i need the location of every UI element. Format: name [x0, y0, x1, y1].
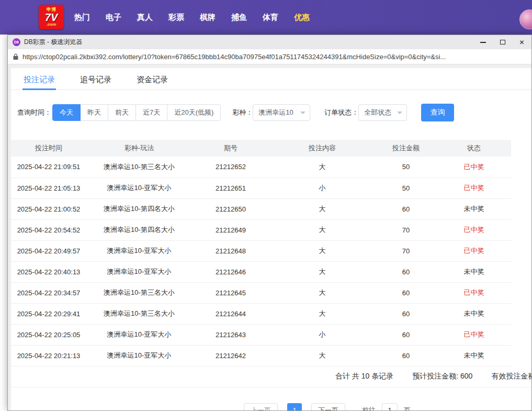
header-bet-time: 投注时间: [11, 140, 86, 157]
table-row: 2025-04-22 20:34:57 澳洲幸运10-第三名大小 2121264…: [11, 282, 511, 303]
window-controls: ✕: [473, 35, 531, 49]
nav-item-slots[interactable]: 电子: [106, 13, 121, 23]
bet-time-cell: 2025-04-22 20:34:57: [11, 282, 86, 303]
issue-number-cell: 21212642: [192, 345, 269, 366]
header-bet-content: 投注内容: [269, 140, 375, 157]
chevron-down-icon: [300, 112, 305, 114]
bet-amount-cell: 60: [375, 198, 437, 219]
browser-content: 投注记录 追号记录 资金记录 查询时间： 今天 昨天 前天 近7天 近20天(低…: [8, 64, 531, 410]
game-play-cell: 澳洲幸运10-第三名大小: [86, 303, 192, 324]
nav-item-chess[interactable]: 棋牌: [200, 13, 216, 23]
bet-amount-cell: 50: [375, 177, 437, 198]
table-row: 2025-04-22 20:25:05 澳洲幸运10-亚军大小 21212643…: [11, 324, 511, 345]
next-page-button[interactable]: 下一页: [311, 403, 345, 411]
maximize-icon: [500, 40, 505, 45]
game-play-cell: 澳洲幸运10-第四名大小: [86, 219, 192, 240]
user-avatar[interactable]: [519, 9, 532, 29]
bet-amount-cell: 60: [375, 282, 437, 303]
bet-status-cell: 已中奖: [437, 157, 511, 177]
bet-amount-cell: 60: [375, 261, 437, 282]
maximize-button[interactable]: [493, 35, 512, 49]
issue-number-cell: 21212645: [192, 282, 269, 303]
nav-item-fishing[interactable]: 捕鱼: [231, 13, 247, 23]
issue-number-cell: 21212643: [192, 324, 269, 345]
issue-number-cell: 21212644: [192, 303, 269, 324]
filter-20days-button[interactable]: 近20天(低频): [167, 104, 221, 121]
bet-content-cell: 大: [269, 261, 375, 282]
goto-unit-label: 页: [404, 406, 411, 411]
summary-expected-amount: 预计投注金额: 600: [412, 372, 472, 381]
filter-bar: 查询时间： 今天 昨天 前天 近7天 近20天(低频) 彩种： 澳洲幸运10 订…: [17, 104, 531, 121]
bet-content-cell: 大: [269, 219, 375, 240]
table-row: 2025-04-22 20:40:13 澳洲幸运10-亚军大小 21212646…: [11, 261, 511, 282]
bet-content-cell: 小: [269, 177, 375, 198]
bet-status-cell: 未中奖: [437, 303, 511, 324]
bet-content-cell: 小: [269, 324, 375, 345]
table-body: 2025-04-22 21:09:51 澳洲幸运10-第三名大小 2121265…: [11, 157, 511, 366]
bet-amount-cell: 60: [375, 345, 437, 366]
bet-content-cell: 大: [269, 240, 375, 261]
bet-status-cell: 已中奖: [437, 240, 511, 261]
browser-window: D8 DB彩票 - 极速浏览器 ✕ https://ctop02pcali.2k…: [7, 35, 532, 411]
table-row: 2025-04-22 21:05:13 澳洲幸运10-亚军大小 21212651…: [11, 177, 511, 198]
bet-time-cell: 2025-04-22 21:00:52: [11, 198, 86, 219]
chevron-down-icon: [397, 112, 402, 114]
nav-item-lottery[interactable]: 彩票: [168, 13, 184, 23]
site-logo[interactable]: 申博 7V .com: [39, 5, 64, 29]
table-header: 投注时间 彩种-玩法 期号 投注内容 投注金额 状态: [11, 140, 511, 157]
issue-number-cell: 21212651: [192, 177, 269, 198]
order-status-value: 全部状态: [364, 108, 391, 117]
game-play-cell: 澳洲幸运10-亚军大小: [86, 240, 192, 261]
bet-time-cell: 2025-04-22 20:25:05: [11, 324, 86, 345]
site-header: 申博 7V .com 热门 电子 真人 彩票 棋牌 捕鱼 体育 优惠: [0, 0, 532, 35]
window-title: DB彩票 - 极速浏览器: [24, 38, 82, 47]
tab-bet-records[interactable]: 投注记录: [24, 75, 55, 90]
main-nav: 热门 电子 真人 彩票 棋牌 捕鱼 体育 优惠: [74, 0, 310, 35]
bet-content-cell: 大: [269, 157, 375, 177]
tab-funds-records[interactable]: 资金记录: [137, 75, 168, 90]
current-page-button[interactable]: 1: [287, 403, 302, 411]
filter-today-button[interactable]: 今天: [52, 104, 81, 121]
minimize-button[interactable]: [473, 35, 493, 49]
issue-number-cell: 21212649: [192, 219, 269, 240]
window-titlebar[interactable]: D8 DB彩票 - 极速浏览器 ✕: [8, 35, 531, 49]
bet-content-cell: 大: [269, 345, 375, 366]
logo-suffix-text: .com: [47, 23, 56, 27]
issue-number-cell: 21212652: [192, 157, 269, 177]
bet-status-cell: 已中奖: [437, 282, 511, 303]
table-row: 2025-04-22 20:29:41 澳洲幸运10-第三名大小 2121264…: [11, 303, 511, 324]
search-button[interactable]: 查询: [421, 104, 454, 121]
records-panel: 投注记录 追号记录 资金记录 查询时间： 今天 昨天 前天 近7天 近20天(低…: [11, 68, 531, 410]
issue-number-cell: 21212648: [192, 240, 269, 261]
screen: 申博 7V .com 热门 电子 真人 彩票 棋牌 捕鱼 体育 优惠 D8 DB…: [0, 0, 532, 411]
goto-page-input[interactable]: [382, 403, 398, 411]
bet-content-cell: 大: [269, 303, 375, 324]
summary-bar: 合计 共 10 条记录 预计投注金额: 600 有效投注金额: [11, 366, 531, 387]
lottery-select[interactable]: 澳洲幸运10: [253, 104, 310, 121]
filter-yesterday-button[interactable]: 昨天: [80, 104, 108, 121]
header-bet-amount: 投注金额: [375, 140, 437, 157]
bet-amount-cell: 70: [375, 240, 437, 261]
bet-time-cell: 2025-04-22 20:49:57: [11, 240, 86, 261]
prev-page-button[interactable]: 上一页: [244, 403, 278, 411]
game-play-cell: 澳洲幸运10-第三名大小: [86, 157, 192, 177]
close-button[interactable]: ✕: [512, 35, 531, 49]
bet-amount-cell: 60: [375, 303, 437, 324]
issue-number-cell: 21212646: [192, 261, 269, 282]
minimize-icon: [480, 42, 486, 43]
nav-item-live[interactable]: 真人: [137, 13, 153, 23]
tab-chase-records[interactable]: 追号记录: [80, 75, 111, 90]
bet-time-cell: 2025-04-22 20:29:41: [11, 303, 86, 324]
order-status-select[interactable]: 全部状态: [358, 104, 407, 121]
nav-item-sports[interactable]: 体育: [263, 13, 278, 23]
url-bar[interactable]: https://ctop02pcali.2kbxi392.com/lottery…: [8, 49, 531, 64]
bet-time-cell: 2025-04-22 21:09:51: [11, 157, 86, 177]
filter-7days-button[interactable]: 近7天: [135, 104, 167, 121]
filter-day-before-button[interactable]: 前天: [108, 104, 136, 121]
bet-status-cell: 未中奖: [437, 198, 511, 219]
nav-item-promo[interactable]: 优惠: [294, 13, 310, 23]
db-lottery-favicon: D8: [13, 38, 20, 46]
url-text[interactable]: https://ctop02pcali.2kbxi392.com/lottery…: [22, 53, 446, 61]
nav-item-hot[interactable]: 热门: [74, 13, 90, 23]
query-time-label: 查询时间：: [17, 108, 51, 117]
